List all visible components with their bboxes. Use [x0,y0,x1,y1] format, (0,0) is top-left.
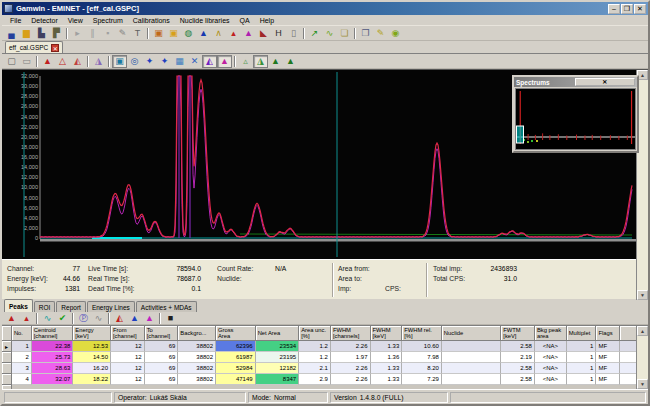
cell[interactable]: 23195 [256,352,300,363]
marker-icon[interactable]: ▴ [226,27,241,40]
menu-item-calibrations[interactable]: Calibrations [128,17,175,24]
close-button[interactable]: ✕ [634,4,646,14]
tab-close-icon[interactable]: ✕ [51,44,59,52]
spectrums-close-icon[interactable]: ✕ [575,78,636,86]
column-header-nuclide[interactable]: Nuclide [442,326,501,341]
roi-edit-icon[interactable]: ◮ [91,55,106,68]
cell[interactable]: 12 [111,341,145,352]
minimize-button[interactable]: – [608,4,620,14]
cell[interactable]: 1.97 [331,352,371,363]
cell[interactable]: 7.29 [402,374,442,385]
peak-magenta-icon[interactable]: ▲ [142,312,157,325]
cell[interactable]: 16.20 [73,363,111,374]
cell[interactable]: 28.63 [32,363,74,374]
column-header-multiplet[interactable]: Multiplet [567,326,597,341]
export-disk-icon[interactable]: ◍ [181,27,196,40]
cell[interactable]: 62396 [216,341,256,352]
cell[interactable]: 1 [567,352,597,363]
refit-icon[interactable]: ∿ [40,312,55,325]
column-header-bkg-peak-area[interactable]: Bkg peak area [535,326,567,341]
menu-item-file[interactable]: File [5,17,26,24]
peak-blue-icon[interactable]: ▲ [127,312,142,325]
copy-icon[interactable]: ❐ [358,27,373,40]
cell[interactable]: 2.26 [331,341,371,352]
cell[interactable]: 12182 [256,363,300,374]
view-mode-icon[interactable]: ▣ [112,55,127,68]
efficiency-icon[interactable]: ∧ [211,27,226,40]
cell[interactable]: 1.33 [371,341,403,352]
cell[interactable]: 1 [567,374,597,385]
table-row[interactable]: ▸122.3812.5312693880262396235341.22.261.… [2,341,638,352]
cell[interactable]: MF [596,341,620,352]
peak-insert-icon[interactable]: ▲ [40,55,55,68]
cell[interactable]: 2.26 [331,374,371,385]
column-header-net-area[interactable]: Net Area [256,326,300,341]
cell[interactable]: 12 [111,374,145,385]
column-header-fwhm-rel-[interactable]: FWHM rel. [%] [402,326,442,341]
table-row[interactable]: 432.0718.221269388024714983472.92.261.33… [2,374,638,385]
area-icon[interactable]: ◣ [256,27,271,40]
save-icon[interactable]: ▙ [34,27,49,40]
tab-roi[interactable]: ROI [34,301,56,312]
cell[interactable]: 12.53 [73,341,111,352]
graph-icon[interactable]: ∿ [91,312,106,325]
acquire-pause-icon[interactable]: ∥ [85,27,100,40]
roi-insert-icon[interactable]: ◭ [70,55,85,68]
menu-item-detector[interactable]: Detector [26,17,62,24]
column-header-fwhm-channels-[interactable]: FWHM [channels] [331,326,371,341]
cell[interactable]: 69 [145,363,179,374]
cell[interactable]: 38802 [178,341,216,352]
params-icon[interactable]: Ⓟ [76,312,91,325]
peak-delete-icon[interactable]: △ [55,55,70,68]
spectrums-minimap[interactable] [515,88,636,150]
spectrum1-icon[interactable]: ▲ [268,55,283,68]
matrix-icon[interactable]: ■ [163,312,178,325]
spectrum-view[interactable]: 02,0004,0006,0008,00010,00012,00014,0001… [2,69,648,258]
tab-peaks[interactable]: Peaks [4,299,33,312]
efficiency-cal-icon[interactable]: ∿ [322,27,337,40]
row-marker[interactable]: ▸ [2,341,12,352]
cal-manager-icon[interactable]: ❏ [337,27,352,40]
cell[interactable]: 1 [567,341,597,352]
cell[interactable]: 2.58 [501,363,535,374]
cell[interactable] [442,341,501,352]
acquire-start-icon[interactable]: ▸ [70,27,85,40]
energy-cal-icon[interactable]: ↗ [307,27,322,40]
cell[interactable]: 10.60 [402,341,442,352]
cell[interactable]: 1.33 [371,374,403,385]
cell[interactable]: 47149 [216,374,256,385]
report-icon[interactable]: ▯ [286,27,301,40]
table-scrollbar[interactable]: ▲ ▼ [636,326,648,389]
cell[interactable]: 1.2 [299,352,331,363]
save-all-icon[interactable]: ▛ [49,27,64,40]
cell[interactable]: 25.73 [32,352,74,363]
cell[interactable]: 69 [145,374,179,385]
maximize-button[interactable]: ❐ [621,4,633,14]
cell[interactable]: 38802 [178,352,216,363]
text-icon[interactable]: T [130,27,145,40]
qa-status-icon[interactable]: ◉ [388,27,403,40]
cell[interactable]: 2 [12,352,32,363]
menu-item-help[interactable]: Help [255,17,279,24]
scale-up-icon[interactable]: ✦ [157,55,172,68]
cell[interactable]: MF [596,352,620,363]
cell[interactable]: 8347 [256,374,300,385]
cell[interactable]: 2.26 [331,363,371,374]
clear-zoom-icon[interactable]: ✕ [187,55,202,68]
cell[interactable]: 1.33 [371,363,403,374]
peak-add-icon[interactable]: ▲ [4,312,19,325]
cell[interactable]: 14.50 [73,352,111,363]
baseline-icon[interactable]: ▭ [19,55,34,68]
grid-icon[interactable]: ▦ [172,55,187,68]
fwhm-icon[interactable]: H [271,27,286,40]
tab-activities-mdas[interactable]: Activities + MDAs [136,301,197,312]
cell[interactable]: 8.20 [402,363,442,374]
cell[interactable]: 1.36 [371,352,403,363]
cell[interactable]: 12 [111,352,145,363]
column-header-no-[interactable]: No. [12,326,32,341]
menu-item-nuclide-libraries[interactable]: Nuclide libraries [175,17,235,24]
peak-labels-icon[interactable]: ◭ [202,55,217,68]
export-folder-icon[interactable]: ▣ [166,27,181,40]
row-marker[interactable] [2,363,12,374]
cell[interactable]: 12 [111,363,145,374]
